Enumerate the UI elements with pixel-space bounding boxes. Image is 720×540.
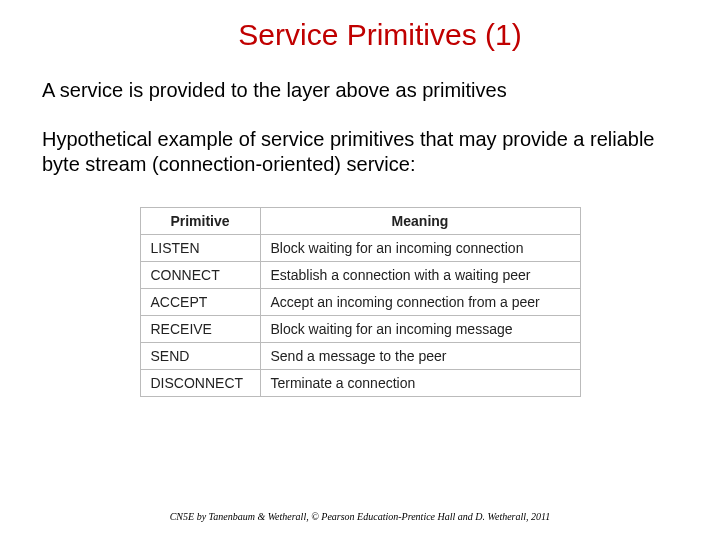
intro-paragraph: A service is provided to the layer above… — [42, 78, 678, 103]
cell-meaning: Terminate a connection — [260, 370, 580, 397]
cell-meaning: Block waiting for an incoming connection — [260, 235, 580, 262]
cell-meaning: Establish a connection with a waiting pe… — [260, 262, 580, 289]
primitives-table: Primitive Meaning LISTEN Block waiting f… — [140, 207, 581, 397]
cell-primitive: LISTEN — [140, 235, 260, 262]
table-header-row: Primitive Meaning — [140, 208, 580, 235]
cell-primitive: ACCEPT — [140, 289, 260, 316]
cell-meaning: Send a message to the peer — [260, 343, 580, 370]
table-row: ACCEPT Accept an incoming connection fro… — [140, 289, 580, 316]
table-row: CONNECT Establish a connection with a wa… — [140, 262, 580, 289]
primitives-table-container: Primitive Meaning LISTEN Block waiting f… — [0, 207, 720, 397]
cell-meaning: Accept an incoming connection from a pee… — [260, 289, 580, 316]
cell-primitive: DISCONNECT — [140, 370, 260, 397]
header-meaning: Meaning — [260, 208, 580, 235]
cell-meaning: Block waiting for an incoming message — [260, 316, 580, 343]
slide-title: Service Primitives (1) — [40, 18, 720, 52]
table-row: RECEIVE Block waiting for an incoming me… — [140, 316, 580, 343]
cell-primitive: SEND — [140, 343, 260, 370]
header-primitive: Primitive — [140, 208, 260, 235]
example-paragraph: Hypothetical example of service primitiv… — [42, 127, 678, 177]
table-row: SEND Send a message to the peer — [140, 343, 580, 370]
cell-primitive: CONNECT — [140, 262, 260, 289]
table-row: LISTEN Block waiting for an incoming con… — [140, 235, 580, 262]
footer-citation: CN5E by Tanenbaum & Wetherall, © Pearson… — [0, 511, 720, 522]
table-row: DISCONNECT Terminate a connection — [140, 370, 580, 397]
cell-primitive: RECEIVE — [140, 316, 260, 343]
